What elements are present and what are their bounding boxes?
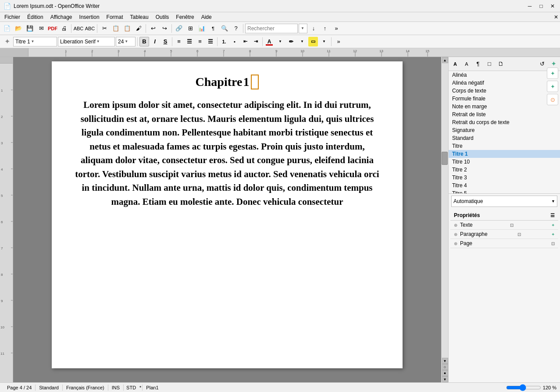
background-color-arrow[interactable]: ▼ xyxy=(319,36,329,47)
search-dropdown[interactable]: ▼ xyxy=(299,24,307,33)
panel-styles-icon[interactable]: A xyxy=(450,59,460,69)
scroll-thumb[interactable] xyxy=(442,152,448,165)
prop-texte-icon[interactable]: ✦ xyxy=(551,223,555,228)
style-titre10[interactable]: Titre 10 xyxy=(449,158,560,166)
pdf-button[interactable]: PDF xyxy=(47,23,58,34)
format-paintbrush[interactable]: 🖌 xyxy=(133,23,144,34)
style-formule[interactable]: Formule finale xyxy=(449,95,560,103)
prop-texte[interactable]: ⊕ Texte ⊡ ✦ xyxy=(450,221,558,230)
font-color-arrow[interactable]: ▼ xyxy=(275,36,285,47)
zoom-button[interactable]: 🔍 xyxy=(219,23,230,34)
vertical-scrollbar[interactable]: ▲ ▼ ○ ● ▼ xyxy=(441,57,448,382)
autocorrect-button[interactable]: ABC xyxy=(85,23,95,34)
help-button[interactable]: ? xyxy=(231,23,241,34)
toolbar-more[interactable]: » xyxy=(331,23,342,34)
menu-affichage[interactable]: Affichage xyxy=(48,13,75,21)
style-alinea-negatif[interactable]: Alinéa négatif xyxy=(449,79,560,87)
menu-insertion[interactable]: Insertion xyxy=(77,13,102,21)
panel-icon-1[interactable]: ✦ xyxy=(547,68,558,79)
zoom-slider[interactable] xyxy=(506,385,541,390)
style-standard[interactable]: Standard xyxy=(449,134,560,142)
minimize-button[interactable]: ─ xyxy=(526,2,534,10)
style-titre5[interactable]: Titre 5 xyxy=(449,189,560,194)
document-area[interactable]: Chapitre 1 Lorem ipsum dolor sit amet, c… xyxy=(13,57,441,382)
highlight-color-arrow[interactable]: ▼ xyxy=(297,36,307,47)
panel-char-icon[interactable]: A xyxy=(462,59,471,69)
style-retrait-corps[interactable]: Retrait du corps de texte xyxy=(449,118,560,126)
increase-indent-button[interactable]: ⇥ xyxy=(251,37,260,46)
style-retrait[interactable]: Retrait de liste xyxy=(449,110,560,118)
menu-close[interactable]: ✕ xyxy=(554,14,558,20)
table-button[interactable]: ⊞ xyxy=(185,23,196,34)
panel-icon-2[interactable]: ✦ xyxy=(547,81,558,92)
style-titre4[interactable]: Titre 4 xyxy=(449,182,560,189)
ordered-list-button[interactable]: 1. xyxy=(219,37,229,46)
document-body[interactable]: Lorem ipsum dolor sit amet, consectetur … xyxy=(74,98,381,209)
nonprint-button[interactable]: ¶ xyxy=(208,23,218,34)
scroll-page-up[interactable]: ○ xyxy=(442,364,448,370)
style-titre1[interactable]: Titre 1 xyxy=(449,150,560,158)
decrease-indent-button[interactable]: ⇤ xyxy=(240,37,250,46)
menu-fenetre[interactable]: Fenêtre xyxy=(173,13,196,21)
prop-para-icon[interactable]: ✦ xyxy=(551,232,555,237)
style-titre[interactable]: Titre xyxy=(449,142,560,150)
style-alinea[interactable]: Alinéa xyxy=(449,71,560,79)
prop-page-action[interactable]: ⊡ xyxy=(551,241,555,246)
scroll-bottom-btn[interactable]: ▼ xyxy=(442,376,448,382)
style-corps[interactable]: Corps de texte xyxy=(449,87,560,95)
highlight-color-button[interactable]: ✏ xyxy=(286,37,296,46)
panel-para-icon[interactable]: ¶ xyxy=(473,59,483,69)
bold-button[interactable]: B xyxy=(139,37,149,46)
cut-button[interactable]: ✂ xyxy=(99,23,110,34)
chapter-heading[interactable]: Chapitre 1 xyxy=(74,75,381,89)
underline-button[interactable]: S xyxy=(161,37,170,46)
background-color-button[interactable]: ▭ xyxy=(308,37,318,46)
prop-texte-action[interactable]: ⊡ xyxy=(510,223,514,228)
style-category-dropdown[interactable]: Automatique ▼ xyxy=(451,196,557,207)
unordered-list-button[interactable]: • xyxy=(230,37,239,46)
align-left-button[interactable]: ≡ xyxy=(174,37,184,46)
align-center-button[interactable]: ☰ xyxy=(185,37,194,46)
prop-page[interactable]: ⊕ Page ⊡ xyxy=(450,239,558,248)
style-signature[interactable]: Signature xyxy=(449,126,560,134)
prop-paragraphe[interactable]: ⊕ Paragraphe ⊡ ✦ xyxy=(450,230,558,239)
copy-button[interactable]: 📋 xyxy=(111,23,121,34)
print-button[interactable]: 🖨 xyxy=(59,23,69,34)
style-note[interactable]: Note en marge xyxy=(449,103,560,110)
menu-fichier[interactable]: Fichier xyxy=(2,13,23,21)
align-right-button[interactable]: ≡ xyxy=(195,37,205,46)
find-prev[interactable]: ↑ xyxy=(320,23,330,34)
save-button[interactable]: 💾 xyxy=(25,23,35,34)
paragraph-style-dropdown[interactable]: Titre 1 ▼ xyxy=(13,37,57,46)
spellcheck-button[interactable]: ABC xyxy=(73,23,84,34)
find-next[interactable]: ↓ xyxy=(308,23,319,34)
italic-button[interactable]: I xyxy=(150,37,160,46)
scroll-up-btn[interactable]: ▲ xyxy=(442,57,448,63)
panel-page-icon[interactable]: 🗋 xyxy=(496,59,506,69)
scroll-down-btn[interactable]: ▼ xyxy=(442,358,448,364)
toolbar2-more[interactable]: » xyxy=(333,36,344,47)
email-button[interactable]: ✉ xyxy=(36,23,46,34)
chart-button[interactable]: 📊 xyxy=(196,23,207,34)
font-size-dropdown[interactable]: 24 ▼ xyxy=(116,37,136,46)
new-button[interactable]: 📄 xyxy=(2,23,12,34)
search-input[interactable] xyxy=(245,24,298,33)
menu-aide[interactable]: Aide xyxy=(199,13,214,21)
font-name-dropdown[interactable]: Liberation Serif ▼ xyxy=(58,37,115,46)
open-button[interactable]: 📂 xyxy=(13,23,24,34)
menu-edition[interactable]: Édition xyxy=(25,13,46,21)
paste-button[interactable]: 📋 xyxy=(122,23,132,34)
menu-outils[interactable]: Outils xyxy=(153,13,172,21)
maximize-button[interactable]: □ xyxy=(537,2,545,10)
panel-frame-icon[interactable]: □ xyxy=(485,59,494,69)
link-button[interactable]: 🔗 xyxy=(174,23,184,34)
redo-button[interactable]: ↪ xyxy=(159,23,170,34)
style-titre2[interactable]: Titre 2 xyxy=(449,166,560,174)
prop-para-action[interactable]: ⊡ xyxy=(517,232,521,237)
undo-button[interactable]: ↩ xyxy=(148,23,158,34)
panel-icon-3[interactable]: ⊙ xyxy=(547,94,558,105)
style-titre3[interactable]: Titre 3 xyxy=(449,174,560,182)
menu-tableau[interactable]: Tableau xyxy=(128,13,151,21)
properties-action-icon[interactable]: ☰ xyxy=(550,213,555,218)
menu-format[interactable]: Format xyxy=(104,13,126,21)
